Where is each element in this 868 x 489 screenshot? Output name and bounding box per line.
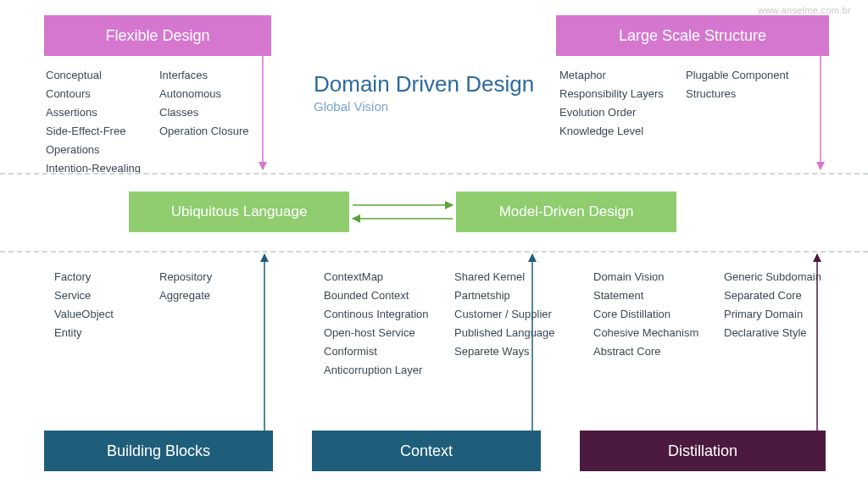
list-item: Customer / Supplier xyxy=(454,305,555,324)
list-item: Operation Closure xyxy=(159,122,261,141)
context-header: Context xyxy=(312,431,541,471)
context-list: ContextMap Bounded Context Continous Int… xyxy=(324,268,555,380)
building-blocks-list: Factory Service ValueObject Entity Repos… xyxy=(54,268,212,342)
list-item: Partnetship xyxy=(454,286,555,305)
list-item: Assertions xyxy=(46,103,147,122)
list-item: Continous Integration xyxy=(324,305,442,324)
list-item: Knowledge Level xyxy=(559,122,674,141)
list-item: Entity xyxy=(54,324,147,342)
watermark-text: www.anselme.com.br xyxy=(758,5,851,15)
list-item: Primary Domain xyxy=(724,305,821,324)
building-blocks-header: Building Blocks xyxy=(44,431,273,471)
list-item: Metaphor xyxy=(559,66,674,85)
list-item: Intention-Revealing xyxy=(46,159,147,178)
divider-bottom xyxy=(0,251,868,253)
list-item: Responsibility Layers xyxy=(559,85,674,103)
list-item: Anticorruption Layer xyxy=(324,361,442,380)
flexible-design-list: Conceptual Contours Assertions Side-Effe… xyxy=(46,66,261,178)
list-item: ValueObject xyxy=(54,305,147,324)
title-main: Domain Driven Design xyxy=(314,71,534,97)
large-scale-structure-header: Large Scale Structure xyxy=(556,15,829,56)
list-item: Published Language xyxy=(454,324,555,342)
ubiquitous-language-box: Ubiquitous Language xyxy=(129,192,349,232)
list-item: Shared Kernel xyxy=(454,268,555,286)
list-item: Separete Ways xyxy=(454,342,555,361)
list-item: Service xyxy=(54,286,147,305)
list-item: Aggregate xyxy=(159,286,212,305)
distillation-header: Distillation xyxy=(580,431,826,471)
list-item: Conformist xyxy=(324,342,442,361)
title-block: Domain Driven Design Global Vision xyxy=(314,71,534,114)
flexible-design-header: Flexible Design xyxy=(44,15,271,56)
list-item: Structures xyxy=(686,85,813,103)
list-item: Open-host Service xyxy=(324,324,442,342)
list-item: Declarative Style xyxy=(724,324,821,342)
list-item: Separated Core xyxy=(724,286,821,305)
list-item: Factory xyxy=(54,268,147,286)
large-scale-structure-list: Metaphor Responsibility Layers Evolution… xyxy=(559,66,813,141)
list-item: Bounded Context xyxy=(324,286,442,305)
list-item: Evolution Order xyxy=(559,103,674,122)
list-item: Operations xyxy=(46,141,147,159)
list-item: Cohesive Mechanism xyxy=(593,324,712,342)
model-driven-design-box: Model-Driven Design xyxy=(456,192,676,232)
list-item: Interfaces xyxy=(159,66,261,85)
list-item: ContextMap xyxy=(324,268,442,286)
list-item: Abstract Core xyxy=(593,342,712,361)
title-sub: Global Vision xyxy=(314,99,534,114)
list-item: Plugable Component xyxy=(686,66,813,85)
distillation-list: Domain Vision Statement Core Distillatio… xyxy=(593,268,821,361)
list-item: Core Distillation xyxy=(593,305,712,324)
list-item: Domain Vision xyxy=(593,268,712,286)
list-item: Autonomous Classes xyxy=(159,85,261,122)
list-item: Repository xyxy=(159,268,212,286)
list-item: Side-Effect-Free xyxy=(46,122,147,141)
list-item: Statement xyxy=(593,286,712,305)
divider-top xyxy=(0,173,868,175)
list-item: Generic Subdomain xyxy=(724,268,821,286)
list-item: Conceptual Contours xyxy=(46,66,147,103)
